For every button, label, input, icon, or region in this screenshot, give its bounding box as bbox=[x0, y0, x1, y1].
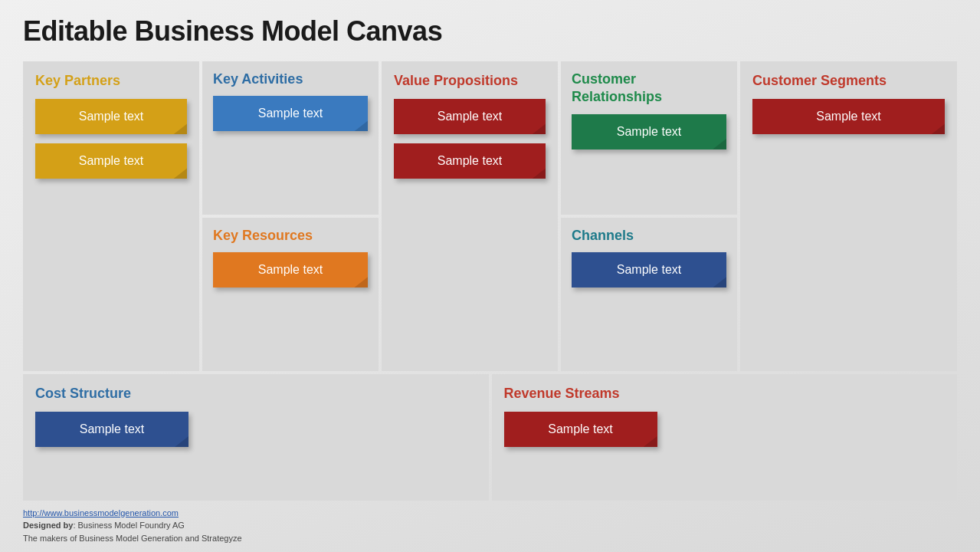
cell-key-activities: Key Activities Sample text bbox=[202, 61, 379, 215]
cell-customer-relationships: Customer Relationships Sample text bbox=[561, 61, 737, 215]
bottom-section: Cost Structure Sample text Revenue Strea… bbox=[23, 374, 957, 501]
revenue-streams-btn-1[interactable]: Sample text bbox=[504, 412, 657, 447]
cell-cost-structure: Cost Structure Sample text bbox=[23, 374, 489, 501]
customer-relationships-title: Customer Relationships bbox=[572, 71, 726, 107]
split-cell-rel-channels: Customer Relationships Sample text Chann… bbox=[561, 61, 737, 371]
cost-structure-btn-1[interactable]: Sample text bbox=[35, 412, 188, 447]
key-partners-btn-2[interactable]: Sample text bbox=[35, 143, 187, 179]
key-activities-btn-1[interactable]: Sample text bbox=[213, 96, 368, 131]
customer-segments-btn-1[interactable]: Sample text bbox=[752, 99, 945, 134]
page-title: Editable Business Model Canvas bbox=[23, 15, 957, 48]
top-section: Key Partners Sample text Sample text Key… bbox=[23, 61, 957, 371]
key-resources-title: Key Resources bbox=[213, 227, 368, 245]
key-partners-title: Key Partners bbox=[35, 72, 187, 90]
split-cell-activities-resources: Key Activities Sample text Key Resources… bbox=[202, 61, 379, 371]
customer-relationships-btn-1[interactable]: Sample text bbox=[572, 114, 726, 150]
cell-key-resources: Key Resources Sample text bbox=[202, 218, 379, 371]
footer-line2: Designed by: Business Model Foundry AG bbox=[23, 519, 957, 532]
value-propositions-btn-1[interactable]: Sample text bbox=[394, 99, 546, 134]
canvas-area: Key Partners Sample text Sample text Key… bbox=[23, 61, 957, 501]
cell-channels: Channels Sample text bbox=[561, 218, 737, 371]
value-propositions-title: Value Propositions bbox=[394, 72, 546, 90]
cost-structure-title: Cost Structure bbox=[35, 385, 477, 402]
cell-revenue-streams: Revenue Streams Sample text bbox=[492, 374, 958, 501]
revenue-streams-title: Revenue Streams bbox=[504, 385, 946, 402]
channels-btn-1[interactable]: Sample text bbox=[572, 252, 726, 288]
value-propositions-btn-2[interactable]: Sample text bbox=[394, 143, 546, 179]
page-wrapper: Editable Business Model Canvas Key Partn… bbox=[0, 0, 980, 552]
footer-url[interactable]: http://www.businessmodelgeneration.com bbox=[23, 507, 957, 520]
footer: http://www.businessmodelgeneration.com D… bbox=[23, 507, 957, 545]
key-activities-title: Key Activities bbox=[213, 71, 368, 88]
cell-key-partners: Key Partners Sample text Sample text bbox=[23, 61, 199, 371]
key-partners-btn-1[interactable]: Sample text bbox=[35, 99, 187, 134]
footer-line3: The makers of Business Model Generation … bbox=[23, 532, 957, 545]
key-resources-btn-1[interactable]: Sample text bbox=[213, 252, 368, 288]
cell-customer-segments: Customer Segments Sample text bbox=[740, 61, 957, 371]
channels-title: Channels bbox=[572, 227, 726, 245]
customer-segments-title: Customer Segments bbox=[752, 72, 945, 90]
cell-value-propositions: Value Propositions Sample text Sample te… bbox=[382, 61, 558, 371]
